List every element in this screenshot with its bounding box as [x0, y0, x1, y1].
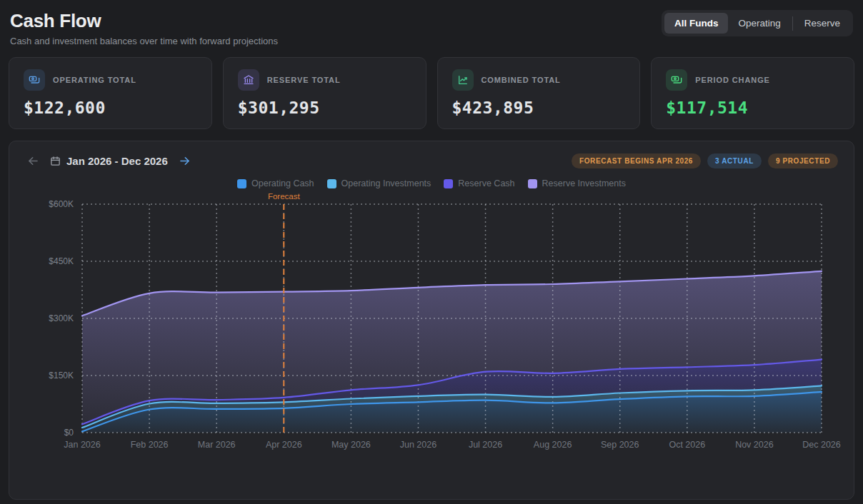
legend-label: Reserve Investments — [542, 178, 626, 188]
bank-icon — [238, 69, 259, 91]
tab-operating[interactable]: Operating — [728, 13, 790, 34]
banknotes-icon — [24, 69, 45, 91]
svg-text:Mar 2026: Mar 2026 — [198, 440, 236, 450]
calendar-icon — [50, 156, 61, 166]
page-header: Cash Flow Cash and investment balances o… — [9, 9, 854, 46]
svg-text:May 2026: May 2026 — [331, 440, 371, 450]
y-axis-labels: $0$150K$300K$450K$600K — [49, 199, 74, 438]
svg-text:$600K: $600K — [49, 199, 74, 209]
svg-text:Jan 2026: Jan 2026 — [64, 440, 100, 450]
period-label-group: Jan 2026 - Dec 2026 — [50, 155, 168, 167]
svg-text:$450K: $450K — [49, 256, 74, 266]
legend-item-reserve-cash[interactable]: Reserve Cash — [444, 178, 514, 188]
legend-label: Operating Cash — [251, 178, 314, 188]
previous-period-button[interactable] — [25, 153, 41, 169]
period-label: Jan 2026 - Dec 2026 — [66, 155, 168, 167]
stat-value: $423,895 — [452, 99, 626, 117]
legend-swatch — [528, 179, 537, 188]
svg-text:$300K: $300K — [49, 313, 74, 323]
forecast-begins-badge: FORECAST BEGINS APR 2026 — [572, 153, 701, 168]
legend-label: Reserve Cash — [458, 178, 514, 188]
stat-card-reserve-total: RESERVE TOTAL $301,295 — [223, 57, 426, 129]
legend-swatch — [327, 179, 336, 188]
stat-value: $301,295 — [238, 99, 411, 117]
fund-filter-tabs: All Funds Operating Reserve — [662, 10, 853, 36]
tab-reserve[interactable]: Reserve — [794, 13, 850, 34]
page-subtitle: Cash and investment balances over time w… — [10, 36, 278, 46]
svg-text:Feb 2026: Feb 2026 — [131, 440, 169, 450]
arrow-left-icon — [26, 154, 40, 168]
svg-text:Sep 2026: Sep 2026 — [601, 440, 639, 450]
stat-value: $117,514 — [666, 99, 839, 117]
stat-label: RESERVE TOTAL — [267, 76, 341, 84]
forecast-label: Forecast — [268, 192, 301, 201]
svg-text:$150K: $150K — [49, 371, 74, 380]
trending-up-icon — [452, 69, 474, 91]
svg-text:Apr 2026: Apr 2026 — [266, 440, 302, 450]
stat-label: OPERATING TOTAL — [53, 76, 136, 84]
legend-item-reserve-investments[interactable]: Reserve Investments — [528, 178, 626, 188]
page-heading: Cash Flow Cash and investment balances o… — [10, 10, 278, 46]
tab-divider — [792, 16, 793, 31]
svg-text:Jun 2026: Jun 2026 — [400, 440, 437, 450]
page-title: Cash Flow — [10, 10, 278, 32]
stats-row: OPERATING TOTAL $122,600 RESERVE TOTAL $… — [9, 57, 854, 129]
period-navigation: Jan 2026 - Dec 2026 — [25, 153, 193, 169]
chart-badges: FORECAST BEGINS APR 2026 3 ACTUAL 9 PROJ… — [572, 153, 838, 168]
stacked-area-chart: Forecast$0$150K$300K$450K$600KJan 2026Fe… — [25, 190, 839, 453]
stat-label: PERIOD CHANGE — [695, 76, 770, 84]
plot-area-wrapper: Forecast$0$150K$300K$450K$600KJan 2026Fe… — [25, 190, 838, 453]
tab-all-funds[interactable]: All Funds — [664, 13, 729, 34]
banknotes-icon — [666, 69, 687, 91]
svg-text:$0: $0 — [64, 428, 74, 438]
legend-item-operating-investments[interactable]: Operating Investments — [327, 178, 432, 188]
next-period-button[interactable] — [176, 153, 193, 169]
stat-card-combined-total: COMBINED TOTAL $423,895 — [437, 57, 641, 129]
stat-card-period-change: PERIOD CHANGE $117,514 — [651, 57, 854, 129]
stat-label: COMBINED TOTAL — [482, 76, 561, 84]
legend-item-operating-cash[interactable]: Operating Cash — [237, 178, 314, 188]
stat-card-operating-total: OPERATING TOTAL $122,600 — [9, 57, 212, 129]
legend-label: Operating Investments — [341, 178, 432, 188]
svg-text:Aug 2026: Aug 2026 — [534, 440, 572, 450]
svg-text:Dec 2026: Dec 2026 — [802, 440, 841, 450]
svg-text:Oct 2026: Oct 2026 — [669, 440, 705, 450]
actual-count-badge: 3 ACTUAL — [707, 153, 762, 168]
chart-header: Jan 2026 - Dec 2026 FORECAST BEGINS APR … — [25, 153, 838, 169]
x-axis-labels: Jan 2026Feb 2026Mar 2026Apr 2026May 2026… — [64, 440, 841, 450]
stat-value: $122,600 — [24, 99, 197, 117]
legend-swatch — [444, 179, 453, 188]
svg-text:Jul 2026: Jul 2026 — [469, 440, 502, 450]
arrow-right-icon — [178, 154, 191, 168]
legend-swatch — [237, 179, 246, 188]
cash-flow-chart-panel: Jan 2026 - Dec 2026 FORECAST BEGINS APR … — [9, 141, 854, 500]
projected-count-badge: 9 PROJECTED — [768, 153, 838, 168]
svg-text:Nov 2026: Nov 2026 — [735, 440, 774, 450]
chart-legend: Operating Cash Operating Investments Res… — [25, 178, 838, 188]
